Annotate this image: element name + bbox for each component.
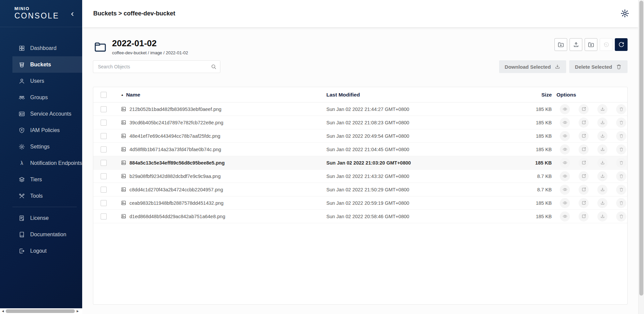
column-header-name[interactable]: ▲ Name: [116, 92, 326, 98]
share-object-button[interactable]: [579, 198, 589, 208]
download-selected-button[interactable]: Download Selected: [499, 60, 567, 73]
preview-object-button[interactable]: [560, 158, 570, 168]
share-object-button[interactable]: [579, 131, 589, 141]
share-object-button[interactable]: [579, 104, 589, 114]
trash-icon: [616, 64, 622, 70]
sidebar-item-license[interactable]: License: [12, 210, 82, 226]
delete-object-button[interactable]: [616, 131, 626, 141]
create-path-button[interactable]: [554, 38, 567, 51]
eye-icon: [562, 160, 568, 165]
sidebar-item-buckets[interactable]: Buckets: [12, 56, 82, 73]
download-object-button[interactable]: [597, 118, 607, 128]
vertical-scrollbar-thumb[interactable]: [639, 1, 643, 296]
delete-object-button[interactable]: [616, 185, 626, 195]
upload-file-button[interactable]: [570, 38, 582, 51]
scroll-left-arrow-icon[interactable]: ◀: [0, 308, 6, 314]
table-row[interactable]: ceab9832b11948bfb2887578dd451432.png Sun…: [93, 196, 627, 210]
sidebar-item-tools[interactable]: Tools: [12, 188, 82, 204]
sidebar-item-groups[interactable]: Groups: [12, 89, 82, 106]
table-row[interactable]: 48e41ef7e69c443494cc78b7aaf25fdc.png Sun…: [93, 129, 627, 143]
image-file-icon: [121, 133, 126, 139]
table-row[interactable]: 39cd6b405bc241d7897e782fcb722e8e.png Sun…: [93, 116, 627, 129]
download-object-button[interactable]: [597, 131, 607, 141]
sidebar-collapse-button[interactable]: [69, 10, 77, 18]
row-checkbox[interactable]: [101, 133, 107, 139]
preview-object-button[interactable]: [560, 131, 570, 141]
row-checkbox[interactable]: [101, 173, 107, 179]
column-header-size[interactable]: Size: [474, 92, 552, 98]
table-row[interactable]: 884a5c13c5e34eff89c56d8c95bee8e5.png Sun…: [93, 156, 627, 170]
delete-selected-button[interactable]: Delete Selected: [569, 60, 628, 73]
sidebar-item-users[interactable]: Users: [12, 73, 82, 89]
logout-icon: [18, 248, 25, 254]
preview-object-button[interactable]: [560, 118, 570, 128]
preview-object-button[interactable]: [560, 185, 570, 195]
row-checkbox[interactable]: [101, 160, 107, 166]
eye-icon: [562, 107, 568, 112]
sidebar-item-iam-policies[interactable]: IAM Policies: [12, 122, 82, 138]
row-checkbox[interactable]: [101, 187, 107, 193]
delete-object-button[interactable]: [616, 158, 626, 168]
share-object-button[interactable]: [579, 211, 589, 222]
search-objects-input[interactable]: [93, 60, 220, 73]
row-checkbox[interactable]: [101, 146, 107, 152]
sidebar-item-dashboard[interactable]: Dashboard: [12, 40, 82, 56]
preview-object-button[interactable]: [560, 144, 570, 154]
share-object-button[interactable]: [579, 158, 589, 168]
preview-object-button[interactable]: [560, 198, 570, 208]
download-icon: [600, 187, 605, 192]
share-object-button[interactable]: [579, 118, 589, 128]
sidebar-item-tiers[interactable]: Tiers: [12, 171, 82, 188]
console-settings-button[interactable]: [616, 4, 634, 22]
scroll-right-arrow-icon[interactable]: ▶: [75, 308, 80, 314]
row-checkbox[interactable]: [101, 213, 107, 219]
table-row[interactable]: c8dd4c1d270f43a2b4724ccbb2204957.png Sun…: [93, 183, 627, 196]
download-object-button[interactable]: [597, 185, 607, 195]
preview-object-button[interactable]: [560, 104, 570, 114]
preview-object-button[interactable]: [560, 171, 570, 181]
delete-object-button[interactable]: [616, 198, 626, 208]
download-object-button[interactable]: [597, 104, 607, 114]
column-header-last-modified[interactable]: Last Modified: [326, 92, 474, 98]
table-row[interactable]: 212b052b1bad482fb8369533ebf0aeef.png Sun…: [93, 103, 627, 116]
delete-object-button[interactable]: [616, 171, 626, 181]
download-object-button[interactable]: [597, 158, 607, 168]
rewind-button[interactable]: [600, 38, 612, 51]
share-object-button[interactable]: [579, 171, 589, 181]
table-row[interactable]: 4d58f8b1b6714a23a73fd47bfae0b74c.png Sun…: [93, 143, 627, 156]
horizontal-scrollbar-thumb[interactable]: [6, 309, 75, 313]
vertical-scrollbar[interactable]: [638, 0, 644, 314]
preview-object-button[interactable]: [560, 211, 570, 222]
row-checkbox[interactable]: [101, 106, 107, 112]
download-icon: [600, 200, 605, 205]
share-object-button[interactable]: [579, 144, 589, 154]
download-object-button[interactable]: [597, 198, 607, 208]
sidebar-item-label: Settings: [30, 144, 50, 150]
sidebar-item-logout[interactable]: Logout: [12, 243, 82, 259]
sidebar-item-notification-endpoints[interactable]: Notification Endpoints: [12, 155, 82, 171]
object-size: 185 KB: [474, 133, 552, 139]
table-row[interactable]: d1ed868d48b54dd29ac842ab751a64e8.png Sun…: [93, 210, 627, 223]
download-object-button[interactable]: [597, 144, 607, 154]
refresh-icon: [618, 41, 625, 48]
row-checkbox[interactable]: [101, 200, 107, 206]
delete-object-button[interactable]: [616, 118, 626, 128]
object-last-modified: Sun Jan 02 2022 20:58:46 GMT+0800: [326, 214, 474, 219]
delete-object-button[interactable]: [616, 144, 626, 154]
table-row[interactable]: b29a08fbf92342d882dcbdf7e9c9c9aa.png Sun…: [93, 170, 627, 183]
eye-icon: [562, 200, 568, 205]
sidebar-item-settings[interactable]: Settings: [12, 138, 82, 155]
delete-object-button[interactable]: [616, 104, 626, 114]
select-all-checkbox[interactable]: [101, 92, 107, 98]
sidebar-item-label: Tools: [30, 193, 43, 199]
delete-object-button[interactable]: [616, 211, 626, 222]
refresh-button[interactable]: [615, 38, 628, 51]
share-object-button[interactable]: [579, 185, 589, 195]
row-checkbox[interactable]: [101, 120, 107, 126]
download-object-button[interactable]: [597, 171, 607, 181]
upload-folder-button[interactable]: [585, 38, 597, 51]
download-object-button[interactable]: [597, 211, 607, 222]
sidebar-item-service-accounts[interactable]: Service Accounts: [12, 106, 82, 122]
horizontal-scrollbar[interactable]: ◀ ▶: [0, 308, 82, 314]
sidebar-item-documentation[interactable]: Documentation: [12, 226, 82, 243]
